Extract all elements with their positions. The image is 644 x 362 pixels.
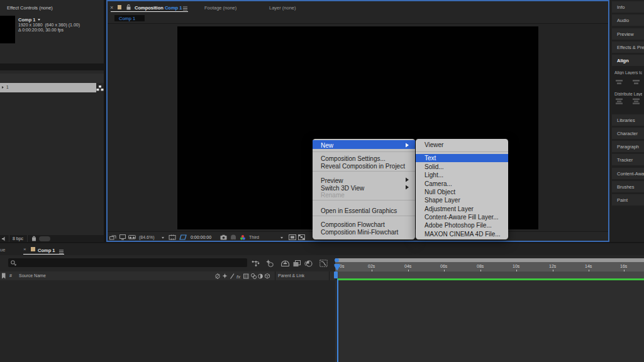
- svg-text:fx: fx: [236, 273, 241, 279]
